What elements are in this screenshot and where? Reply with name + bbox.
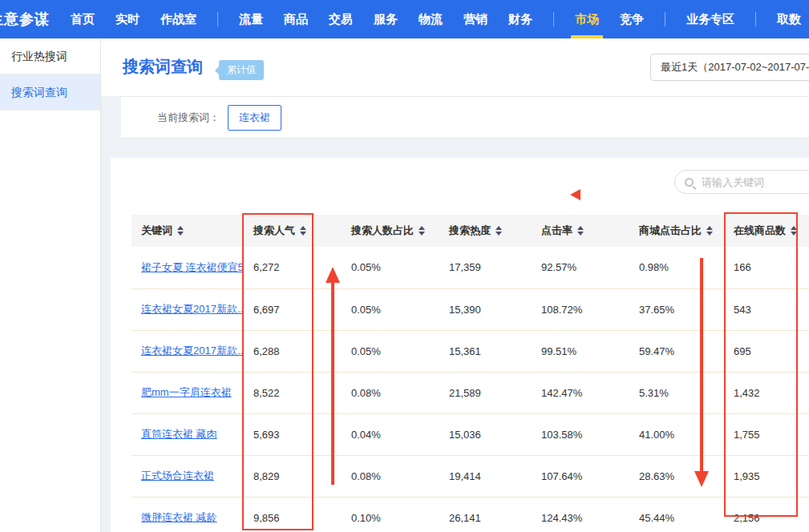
keyword-link[interactable]: 正式场合连衣裙 [141, 470, 214, 482]
keyword-cell: 连衣裙女夏2017新款... [131, 288, 244, 330]
column-header-label: 搜索人气 [253, 224, 295, 236]
table-cell: 2,156 [724, 497, 809, 532]
column-header-label: 关键词 [141, 224, 172, 236]
table-cell: 1,755 [724, 413, 809, 455]
keyword-link[interactable]: 连衣裙女夏2017新款... [141, 345, 244, 357]
cumulative-value-badge: 累计值 [219, 60, 264, 80]
table-cell: 124.43% [532, 497, 629, 532]
table-cell: 8,522 [244, 372, 342, 413]
sort-icon[interactable] [177, 226, 184, 236]
keyword-link[interactable]: 裙子女夏 连衣裙便宜5... [141, 261, 244, 273]
table-row: 肥mm一字肩连衣裙8,5220.08%21,589142.47%5.31%1,4… [131, 372, 809, 413]
table-cell: 543 [724, 288, 809, 330]
search-icon [685, 178, 694, 187]
brand-logo[interactable]: 生意参谋 [0, 10, 50, 29]
sidebar: 行业热搜词搜索词查询 [0, 38, 101, 532]
sidebar-item[interactable]: 行业热搜词 [0, 38, 100, 75]
table-row: 裙子女夏 连衣裙便宜5...6,2720.05%17,35992.57%0.98… [131, 247, 809, 288]
table-row: 正式场合连衣裙8,8290.08%19,414107.64%28.63%1,93… [131, 455, 809, 497]
table-cell: 37.65% [629, 288, 724, 330]
nav-item[interactable]: 财务 [508, 0, 532, 38]
nav-menu: 首页实时作战室流量商品交易服务物流营销财务市场竞争业务专区取数 [71, 0, 801, 38]
column-header-label: 商城点击占比 [639, 224, 702, 236]
table-cell: 6,697 [244, 288, 342, 330]
table-cell: 5.31% [629, 372, 724, 413]
table-cell: 15,036 [439, 413, 532, 455]
table-cell: 21,589 [439, 372, 532, 413]
table-cell: 28.63% [629, 455, 724, 497]
keyword-link[interactable]: 微胖连衣裙 减龄 [141, 511, 217, 523]
sidebar-item[interactable]: 搜索词查询 [0, 75, 100, 111]
keyword-cell: 直筒连衣裙 藏肉 [131, 413, 244, 455]
column-header-label: 搜索热度 [449, 224, 491, 236]
nav-item[interactable]: 服务 [374, 0, 398, 38]
table-cell: 103.58% [532, 413, 629, 455]
nav-item[interactable]: 作战室 [160, 0, 196, 38]
sort-icon[interactable] [419, 226, 426, 236]
table-cell: 0.05% [342, 330, 439, 372]
nav-item[interactable]: 流量 [239, 0, 263, 38]
column-header[interactable]: 在线商品数 [724, 215, 809, 247]
sort-icon[interactable] [577, 226, 585, 236]
nav-item[interactable]: 物流 [419, 0, 443, 38]
table-cell: 166 [724, 247, 809, 288]
table-cell: 1,935 [724, 455, 809, 497]
table-cell: 15,390 [439, 288, 532, 330]
nav-item[interactable]: 业务专区 [686, 0, 734, 38]
table-cell: 15,361 [439, 330, 532, 372]
table-row: 连衣裙女夏2017新款...6,2880.05%15,36199.51%59.4… [131, 330, 809, 372]
table-cell: 0.05% [342, 247, 439, 288]
keyword-cell: 肥mm一字肩连衣裙 [131, 372, 244, 413]
table-row: 连衣裙女夏2017新款...6,6970.05%15,390108.72%37.… [131, 288, 809, 330]
sort-icon[interactable] [300, 226, 307, 236]
table-cell: 5,693 [244, 413, 342, 455]
nav-separator [755, 12, 756, 26]
table-cell: 1,432 [724, 372, 809, 413]
keyword-cell: 连衣裙女夏2017新款... [131, 330, 244, 372]
nav-item[interactable]: 取数 [777, 0, 801, 38]
sort-icon[interactable] [791, 226, 798, 236]
keyword-cell: 裙子女夏 连衣裙便宜5... [131, 247, 244, 288]
keyword-cell: 正式场合连衣裙 [131, 455, 244, 497]
nav-item[interactable]: 首页 [71, 0, 95, 38]
date-range-picker[interactable]: 最近1天（2017-07-02~2017-07-02 [650, 54, 809, 81]
keyword-link[interactable]: 直筒连衣裙 藏肉 [141, 428, 217, 440]
column-header[interactable]: 点击率 [532, 215, 629, 247]
nav-separator [553, 12, 554, 26]
column-header[interactable]: 搜索热度 [439, 215, 532, 247]
nav-item[interactable]: 交易 [329, 0, 353, 38]
nav-item[interactable]: 实时 [115, 0, 140, 38]
table-cell: 0.05% [342, 288, 439, 330]
top-nav: 生意参谋 首页实时作战室流量商品交易服务物流营销财务市场竞争业务专区取数 [0, 0, 809, 38]
current-keyword-label: 当前搜索词： [157, 111, 220, 125]
sort-icon[interactable] [706, 226, 714, 236]
table-cell: 19,414 [439, 455, 532, 497]
table-cell: 92.57% [532, 247, 629, 288]
column-header-label: 点击率 [541, 224, 572, 236]
search-input[interactable] [700, 175, 809, 189]
sort-icon[interactable] [496, 226, 503, 236]
nav-item[interactable]: 市场 [575, 0, 599, 38]
column-header[interactable]: 搜索人数占比 [342, 215, 439, 247]
table-header-row: 关键词搜索人气搜索人数占比搜索热度点击率商城点击占比在线商品数 [131, 215, 809, 247]
table-cell: 9,856 [244, 497, 342, 532]
keyword-link[interactable]: 连衣裙女夏2017新款... [141, 303, 244, 315]
main-content: 搜索词查询 累计值 最近1天（2017-07-02~2017-07-02 当前搜… [101, 38, 809, 532]
table-cell: 17,359 [439, 247, 532, 288]
keyword-search-box[interactable] [674, 170, 809, 194]
table-cell: 0.04% [342, 413, 439, 455]
column-header[interactable]: 搜索人气 [244, 215, 342, 247]
nav-item[interactable]: 商品 [284, 0, 308, 38]
nav-item[interactable]: 营销 [463, 0, 487, 38]
nav-item[interactable]: 竞争 [620, 0, 644, 38]
nav-separator [665, 12, 665, 26]
keyword-link[interactable]: 肥mm一字肩连衣裙 [141, 386, 232, 398]
column-header[interactable]: 商城点击占比 [629, 215, 724, 247]
keyword-tag[interactable]: 连衣裙 [228, 105, 281, 131]
table-row: 微胖连衣裙 减龄9,8560.10%26,141124.43%45.44%2,1… [131, 497, 809, 532]
column-header[interactable]: 关键词 [131, 215, 244, 247]
table-cell: 6,272 [244, 247, 342, 288]
table-cell: 8,829 [244, 455, 342, 497]
page-title: 搜索词查询 [123, 56, 203, 78]
table-cell: 59.47% [629, 330, 724, 372]
